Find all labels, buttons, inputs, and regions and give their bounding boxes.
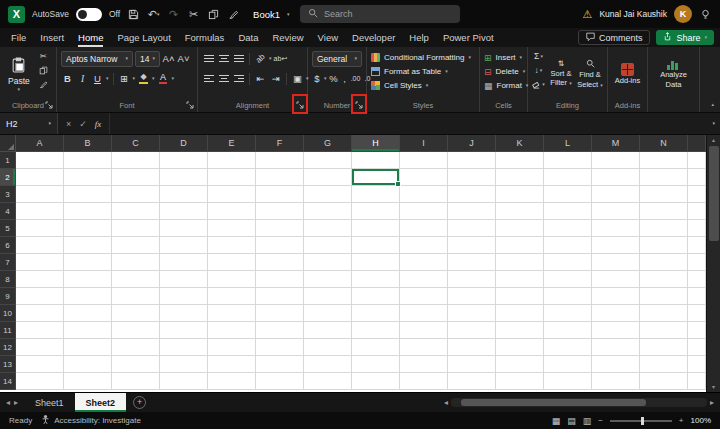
font-size-select[interactable]: 14▾ [135,51,160,67]
cell-H10[interactable] [352,305,400,322]
cell-B12[interactable] [64,339,112,356]
cell-N11[interactable] [640,322,688,339]
cell-I5[interactable] [400,220,448,237]
cell-C4[interactable] [112,203,160,220]
cell-A1[interactable] [16,152,64,169]
cell-N2[interactable] [640,169,688,186]
cell-partial-7[interactable] [688,254,706,271]
zoom-slider-knob[interactable] [641,417,644,425]
undo-icon[interactable]: ↶▾ [147,5,160,23]
cell-H9[interactable] [352,288,400,305]
cell-K11[interactable] [496,322,544,339]
font-color-dropdown-icon[interactable]: ▾ [172,76,175,81]
cell-partial-6[interactable] [688,237,706,254]
cell-C13[interactable] [112,356,160,373]
accounting-format-button[interactable]: $ [312,71,322,86]
column-header-B[interactable]: B [64,135,112,152]
borders-button[interactable]: ⊞ [118,71,131,86]
cell-N14[interactable] [640,373,688,390]
cell-I2[interactable] [400,169,448,186]
increase-font-size-icon[interactable]: A˄ [162,51,175,66]
zoom-slider[interactable] [610,420,672,422]
cell-A6[interactable] [16,237,64,254]
accessibility-status[interactable]: Accessibility: Investigate [41,415,141,426]
cell-A13[interactable] [16,356,64,373]
cell-M7[interactable] [592,254,640,271]
cell-F7[interactable] [256,254,304,271]
cell-D8[interactable] [160,271,208,288]
cell-N3[interactable] [640,186,688,203]
format-as-table-button[interactable]: Format as Table ▾ [371,65,475,78]
cell-G11[interactable] [304,322,352,339]
vertical-scroll-thumb[interactable] [709,146,719,241]
cell-D5[interactable] [160,220,208,237]
align-top-icon[interactable] [202,51,215,66]
insert-function-icon[interactable]: fx [95,119,102,129]
cell-H13[interactable] [352,356,400,373]
cell-L10[interactable] [544,305,592,322]
borders-dropdown-icon[interactable]: ▾ [133,76,136,81]
cell-H6[interactable] [352,237,400,254]
normal-view-icon[interactable]: ▦ [552,416,561,426]
cell-F2[interactable] [256,169,304,186]
cell-H1[interactable] [352,152,400,169]
sort-filter-button[interactable]: ⇅ Sort & Filter ▾ [548,50,574,98]
font-color-button[interactable]: A [157,71,170,86]
cell-A2[interactable] [16,169,64,186]
cell-D13[interactable] [160,356,208,373]
format-button[interactable]: ▦ Format ▾ [484,79,523,92]
align-bottom-icon[interactable] [232,51,245,66]
cell-partial-2[interactable] [688,169,706,186]
fill-color-dropdown-icon[interactable]: ▾ [152,76,155,81]
warning-icon[interactable]: ⚠ [583,8,593,21]
menu-tab-insert[interactable]: Insert [33,28,71,47]
decrease-indent-icon[interactable]: ⇤ [254,71,267,86]
row-header-5[interactable]: 5 [0,220,16,237]
cell-J3[interactable] [448,186,496,203]
cell-partial-14[interactable] [688,373,706,390]
cell-F6[interactable] [256,237,304,254]
cell-partial-1[interactable] [688,152,706,169]
cell-H14[interactable] [352,373,400,390]
cell-styles-dropdown-icon[interactable]: ▾ [426,83,429,88]
cell-G8[interactable] [304,271,352,288]
cell-K6[interactable] [496,237,544,254]
cell-F10[interactable] [256,305,304,322]
hscroll-left-icon[interactable]: ◂ [444,398,448,407]
cell-N4[interactable] [640,203,688,220]
cell-A3[interactable] [16,186,64,203]
user-avatar[interactable]: K [674,5,692,23]
cell-H2[interactable] [352,169,400,186]
cell-J7[interactable] [448,254,496,271]
horizontal-scroll-thumb[interactable] [461,399,645,406]
cell-K5[interactable] [496,220,544,237]
cell-D12[interactable] [160,339,208,356]
cell-partial-4[interactable] [688,203,706,220]
cell-M1[interactable] [592,152,640,169]
comments-button[interactable]: Comments [578,30,651,45]
cell-B11[interactable] [64,322,112,339]
cell-G5[interactable] [304,220,352,237]
cell-L9[interactable] [544,288,592,305]
cell-M11[interactable] [592,322,640,339]
cell-I13[interactable] [400,356,448,373]
fill-color-button[interactable]: ◆ [137,71,150,86]
cell-F11[interactable] [256,322,304,339]
cell-H12[interactable] [352,339,400,356]
cell-G9[interactable] [304,288,352,305]
increase-decimal-button[interactable]: .00 [351,71,361,86]
cell-B10[interactable] [64,305,112,322]
cell-H11[interactable] [352,322,400,339]
cell-M9[interactable] [592,288,640,305]
cell-A8[interactable] [16,271,64,288]
excel-logo-icon[interactable]: X [8,6,25,23]
cell-G12[interactable] [304,339,352,356]
number-format-select[interactable]: General▾ [312,51,362,67]
align-left-icon[interactable] [202,71,215,86]
cell-C5[interactable] [112,220,160,237]
share-dropdown-icon[interactable]: ▾ [704,35,707,40]
cell-F13[interactable] [256,356,304,373]
number-dialog-launcher[interactable] [355,101,363,109]
cell-K12[interactable] [496,339,544,356]
alignment-dialog-launcher[interactable] [296,101,304,109]
